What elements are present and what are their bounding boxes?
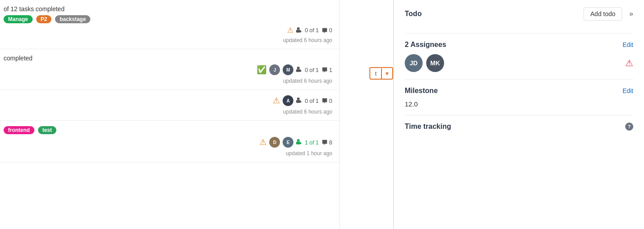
assignees-count-row0: 0	[305, 27, 308, 34]
task-title-row1: completed	[4, 55, 332, 62]
comments-row0: 0	[322, 27, 332, 34]
task-row-completed: completed ✅ J M 0 of 1 1 updated 6 hours…	[0, 49, 339, 90]
warning-icon: ⚠	[287, 26, 293, 34]
of-text-row3: of	[309, 139, 314, 146]
time-tracking-title: Time tracking	[405, 123, 451, 131]
filter-button[interactable]: t ▾	[369, 67, 393, 80]
avatar-row1-a: J	[269, 64, 280, 75]
filter-dropdown-arrow[interactable]: ▾	[382, 68, 392, 79]
of-text-row1: of	[309, 67, 314, 73]
add-todo-button[interactable]: Add todo	[584, 7, 622, 21]
assignee-avatar-2: MK	[426, 54, 444, 72]
assignees-avatars-row: JD MK ⚠	[405, 54, 633, 72]
task-list-panel: of 12 tasks completed Manage P2 backstag…	[0, 0, 340, 229]
updated-time-row0: updated 6 hours ago	[4, 37, 332, 43]
milestone-edit-button[interactable]: Edit	[623, 87, 633, 94]
task-row-2: ⚠ A 0 of 1 0 updated 6 hours ago	[0, 90, 339, 121]
comments-count-row2: 0	[329, 98, 332, 104]
of-text-row0: of	[309, 27, 314, 34]
time-tracking-header: Time tracking ?	[405, 123, 633, 131]
alert-icon-row2: ⚠	[273, 96, 280, 106]
badge-backstage[interactable]: backstage	[55, 15, 90, 23]
assignees-total-row2: 1	[316, 98, 319, 104]
assignee-avatar-1: JD	[405, 54, 423, 72]
milestone-header: Milestone Edit	[405, 87, 633, 95]
milestone-section: Milestone Edit 12.0	[405, 80, 633, 115]
assignees-count-row1: 0	[305, 67, 308, 73]
todo-section: Todo Add todo »	[405, 0, 633, 34]
avatar-row2-a: A	[283, 95, 293, 106]
todo-header: Todo Add todo »	[405, 7, 633, 21]
avatar-row1-b: M	[283, 64, 293, 75]
task-row-3: frontend test ⚠ D E 1 of 1 8 updated 1	[0, 121, 339, 162]
assignees-title: 2 Assignees	[405, 41, 446, 49]
badge-manage[interactable]: Manage	[4, 15, 33, 23]
updated-time-row2: updated 6 hours ago	[4, 109, 332, 115]
badge-frontend[interactable]: frontend	[4, 126, 34, 134]
filter-button-text: t	[370, 68, 382, 79]
badge-p2[interactable]: P2	[36, 15, 52, 23]
task-meta-row1: ✅ J M 0 of 1 1	[4, 64, 332, 75]
assignees-stat-row2: 0 of 1	[296, 97, 318, 104]
time-tracking-help-icon[interactable]: ?	[625, 123, 633, 131]
avatar-row3-a: D	[269, 137, 280, 148]
of-text-row2: of	[309, 98, 314, 104]
task-meta-row2: ⚠ A 0 of 1 0	[4, 95, 332, 106]
assignees-total-row3: 1	[316, 139, 319, 146]
right-sidebar: Todo Add todo » 2 Assignees Edit JD MK ⚠…	[394, 0, 644, 229]
middle-divider: t ▾	[340, 0, 394, 229]
badge-test[interactable]: test	[38, 126, 56, 134]
assignees-section: 2 Assignees Edit JD MK ⚠	[405, 34, 633, 80]
avatar-row3-b: E	[283, 137, 293, 148]
assignees-stat-row1: 0 of 1	[296, 66, 318, 73]
milestone-value: 12.0	[405, 100, 633, 108]
task-row1-top: completed	[4, 55, 332, 62]
comments-count-row0: 0	[329, 27, 332, 34]
comments-count-row1: 1	[329, 67, 332, 73]
task-meta-row3: ⚠ D E 1 of 1 8	[4, 137, 332, 148]
comments-count-row3: 8	[329, 139, 332, 146]
assignees-count-row2: 0	[305, 98, 308, 104]
assignees-icon-row0: 0 of 1	[296, 27, 318, 34]
alert-icon-row3: ⚠	[259, 137, 267, 147]
task-row-top: of 12 tasks completed	[4, 5, 332, 13]
assignees-total-row0: 1	[316, 27, 319, 34]
comments-row3: 8	[322, 139, 332, 146]
time-tracking-section: Time tracking ?	[405, 115, 633, 143]
assignees-header: 2 Assignees Edit	[405, 41, 633, 49]
success-icon-row1: ✅	[257, 65, 267, 75]
comments-row1: 1	[322, 67, 332, 73]
badges-row: Manage P2 backstage	[4, 15, 332, 23]
comments-row2: 0	[322, 98, 332, 104]
milestone-title: Milestone	[405, 87, 438, 95]
assignees-count-row3: 1	[305, 139, 308, 146]
assignees-total-row1: 1	[316, 67, 319, 73]
badges-row3: frontend test	[4, 126, 332, 134]
task-row: of 12 tasks completed Manage P2 backstag…	[0, 0, 339, 49]
expand-todo-icon[interactable]: »	[629, 10, 633, 18]
todo-title: Todo	[405, 10, 422, 18]
assignees-edit-button[interactable]: Edit	[623, 41, 633, 48]
task-meta-row0: ⚠ 0 of 1 0	[4, 26, 332, 34]
tasks-summary-text: of 12 tasks completed	[4, 5, 332, 13]
updated-time-row3: updated 1 hour ago	[4, 150, 332, 157]
assignees-stat-row3: 1 of 1	[296, 139, 318, 146]
assignees-warning-icon: ⚠	[625, 58, 633, 68]
updated-time-row1: updated 6 hours ago	[4, 78, 332, 84]
